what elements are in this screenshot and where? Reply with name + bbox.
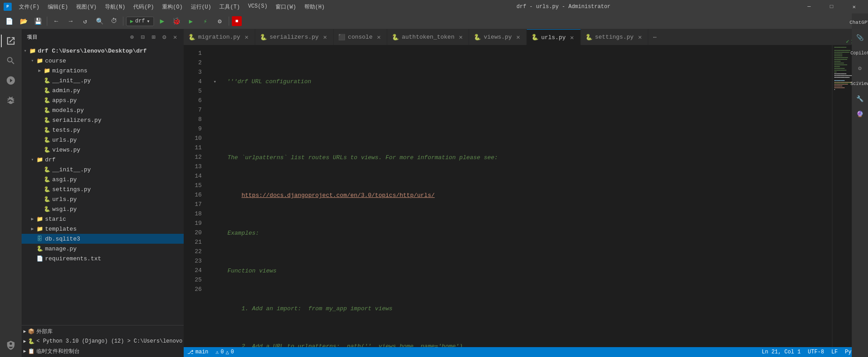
status-errors[interactable]: ⚠ 0 △ 0	[212, 347, 238, 357]
menu-edit[interactable]: 编辑(E)	[44, 2, 72, 12]
tree-migrations[interactable]: ▶ 📁 migrations	[22, 66, 184, 76]
tab-serializers[interactable]: 🐍 serializers.py ✕	[255, 29, 334, 45]
activity-debug[interactable]	[1, 90, 21, 110]
right-wrench-icon[interactable]: 🔧	[853, 92, 867, 106]
tree-db-sqlite3[interactable]: 🗄 db.sqlite3	[22, 234, 184, 244]
tree-init-py[interactable]: 🐍 __init__.py	[22, 76, 184, 85]
root-label: drf C:\Users\lenovo\Desktop\drf	[38, 48, 147, 54]
python-sdk-item[interactable]: ▶ 🐍 < Python 3.10 (Django) (12) > C:\Use…	[22, 336, 184, 346]
refresh-button[interactable]: ↺	[79, 15, 91, 27]
tab-settings-close[interactable]: ✕	[636, 34, 643, 41]
status-line-ending[interactable]: LF	[827, 347, 841, 357]
tab-urls[interactable]: 🐍 urls.py ✕	[527, 29, 581, 45]
right-magic-icon[interactable]: 🔮	[853, 107, 867, 121]
tree-course[interactable]: ▾ 📁 course	[22, 56, 184, 66]
code-editor[interactable]: 1 2 3 4 5 6 7 8 9 10 11 12 13 14 15 16 1…	[184, 45, 868, 347]
menu-view[interactable]: 视图(V)	[72, 2, 100, 12]
line-num-23: 23	[184, 256, 202, 266]
open-button[interactable]: 📂	[17, 15, 30, 27]
code-content[interactable]: ▾ '''drf URL configuration The `urlpatte…	[206, 45, 832, 347]
tree-admin-py[interactable]: 🐍 admin.py	[22, 85, 184, 95]
tree-tests-py[interactable]: 🐍 tests.py	[22, 125, 184, 135]
tree-drf-folder[interactable]: ▾ 📁 drf	[22, 155, 184, 165]
run-coverage-button[interactable]: ▶	[185, 15, 197, 27]
menu-code[interactable]: 代码(P)	[130, 2, 158, 12]
tab-migration-close[interactable]: ✕	[243, 34, 250, 41]
menu-run[interactable]: 运行(U)	[187, 2, 215, 12]
sidebar-expand-btn[interactable]: ⊞	[149, 32, 158, 42]
tree-templates-folder[interactable]: ▶ 📁 templates	[22, 224, 184, 234]
tab-authtoken-close[interactable]: ✕	[457, 34, 464, 41]
tab-authtoken[interactable]: 🐍 authtoken_token ✕	[387, 29, 469, 45]
history-button[interactable]: ⏱	[108, 15, 120, 27]
menu-window[interactable]: 窗口(W)	[272, 2, 300, 12]
tree-asgi-py[interactable]: 🐍 asgi.py	[22, 174, 184, 184]
minimize-button[interactable]: ─	[799, 0, 819, 13]
search-button[interactable]: 🔍	[93, 15, 106, 27]
tree-views-course-py[interactable]: 🐍 views.py	[22, 145, 184, 155]
tree-urls-drf-py[interactable]: 🐍 urls.py	[22, 194, 184, 204]
tab-views-close[interactable]: ✕	[515, 34, 522, 41]
tree-init-drf[interactable]: 🐍 __init__.py	[22, 165, 184, 174]
views-course-label: views.py	[52, 147, 80, 153]
menu-nav[interactable]: 导航(N)	[101, 2, 129, 12]
build-config-button[interactable]: ⚙	[213, 15, 226, 27]
sidebar-new-file-btn[interactable]: ⊕	[127, 32, 137, 42]
manage-label: manage.py	[45, 245, 77, 252]
save-button[interactable]: 💾	[32, 15, 44, 27]
maximize-button[interactable]: □	[821, 0, 842, 13]
activity-search[interactable]	[1, 51, 21, 71]
status-encoding[interactable]: UTF-8	[804, 347, 827, 357]
menu-tools[interactable]: 工具(T)	[216, 2, 244, 12]
tree-urls-course-py[interactable]: 🐍 urls.py	[22, 135, 184, 145]
tab-console-close[interactable]: ✕	[375, 34, 382, 41]
right-clip-icon[interactable]: 📎	[853, 31, 867, 45]
line-num-18: 18	[184, 209, 202, 219]
tree-requirements-txt[interactable]: 📄 requirements.txt	[22, 254, 184, 263]
back-button[interactable]: ←	[50, 15, 63, 27]
right-sciview-icon[interactable]: SciView	[853, 76, 867, 91]
sidebar-settings-btn[interactable]: ⚙	[159, 32, 169, 42]
tab-serializers-close[interactable]: ✕	[321, 34, 329, 41]
close-button[interactable]: ✕	[844, 0, 864, 13]
tree-serializers-py[interactable]: 🐍 serializers.py	[22, 115, 184, 125]
code-text-4a	[213, 192, 241, 199]
tab-views[interactable]: 🐍 views.py ✕	[469, 29, 526, 45]
tree-root[interactable]: ▾ 📁 drf C:\Users\lenovo\Desktop\drf	[22, 46, 184, 56]
profile-button[interactable]: ⚡	[199, 15, 212, 27]
stop-button[interactable]: ■	[232, 16, 242, 26]
sidebar-close-btn[interactable]: ✕	[170, 32, 180, 42]
tree-settings-py[interactable]: 🐍 settings.py	[22, 184, 184, 194]
forward-button[interactable]: →	[64, 15, 77, 27]
tab-urls-close[interactable]: ✕	[569, 34, 576, 41]
menu-file[interactable]: 文件(F)	[15, 2, 43, 12]
run-green-button[interactable]: ▶	[156, 15, 168, 27]
tab-settings[interactable]: 🐍 settings.py ✕	[581, 29, 649, 45]
status-git[interactable]: ⎇ main	[184, 347, 212, 357]
tree-models-py[interactable]: 🐍 models.py	[22, 105, 184, 115]
activity-explorer[interactable]	[1, 31, 21, 51]
external-libs-item[interactable]: ▶ 📦 外部库	[22, 326, 184, 336]
menu-help[interactable]: 帮助(H)	[301, 2, 329, 12]
activity-vcs[interactable]	[1, 71, 21, 90]
right-gear-icon[interactable]: ⚙	[853, 61, 867, 76]
tree-apps-py[interactable]: 🐍 apps.py	[22, 95, 184, 105]
right-copilot-icon[interactable]: Copilot	[853, 46, 867, 60]
menu-refactor[interactable]: 重构(O)	[158, 2, 186, 12]
tab-migration[interactable]: 🐍 migration.py ✕	[184, 29, 255, 45]
new-file-button[interactable]: 📄	[3, 15, 15, 27]
tree-staric-folder[interactable]: ▶ 📁 staric	[22, 214, 184, 224]
tabs-overflow-button[interactable]: ⋯	[648, 29, 661, 45]
menu-vcs[interactable]: VCS(S)	[244, 2, 271, 12]
tab-console[interactable]: ⬛ console ✕	[334, 29, 388, 45]
sidebar-collapse-btn[interactable]: ⊟	[138, 32, 148, 42]
debug-button[interactable]: 🐞	[170, 15, 183, 27]
status-line-col[interactable]: Ln 21, Col 1	[758, 347, 804, 357]
right-chatgpt-icon[interactable]: ChatGPT	[853, 29, 867, 30]
tree-manage-py[interactable]: 🐍 manage.py	[22, 244, 184, 254]
activity-settings[interactable]	[1, 335, 21, 355]
fold-icon-1[interactable]: ▾	[213, 79, 217, 85]
run-config-dropdown[interactable]: ▶ drf ▾	[126, 17, 154, 26]
tree-wsgi-py[interactable]: 🐍 wsgi.py	[22, 204, 184, 214]
scratch-item[interactable]: ▶ 📋 临时文件和控制台	[22, 346, 184, 356]
